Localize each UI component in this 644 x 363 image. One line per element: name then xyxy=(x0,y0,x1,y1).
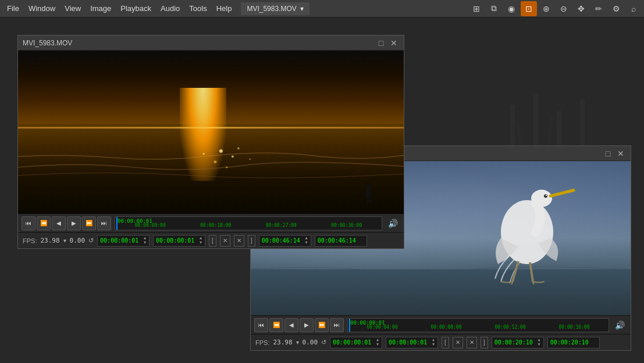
egret-svg xyxy=(481,161,585,284)
menu-bar: File Window View Image Playback Audio To… xyxy=(0,0,644,17)
player1-tl-label-4: 00:00:36:00 xyxy=(331,223,362,228)
player1-step-back-btn[interactable]: ⏪ xyxy=(37,216,51,230)
menu-playback[interactable]: Playback xyxy=(116,2,156,15)
svg-line-23 xyxy=(530,262,533,282)
player2-tl-label-2: 00:00:08:00 xyxy=(431,325,462,330)
player1-out-timecode[interactable]: 00:00:46:14 ▲ ▼ xyxy=(259,235,311,247)
player2-tc-spinner: ▲ ▼ xyxy=(375,338,380,347)
player1-volume-btn[interactable]: 🔊 xyxy=(386,219,400,228)
beach-scene xyxy=(18,51,404,213)
player1-out-spinner: ▲ ▼ xyxy=(304,236,309,245)
player1-tl-label-2: 00:00:18:00 xyxy=(200,223,231,228)
player2-speed-value: 0.00 xyxy=(303,339,318,346)
svg-point-11 xyxy=(202,152,205,155)
player1-fps-dropdown[interactable]: ▾ xyxy=(63,237,66,244)
player1-clear-in-btn[interactable]: ✕ xyxy=(220,235,230,247)
player2-loop-btn[interactable]: ↺ xyxy=(321,339,326,346)
toolbar-clone-btn[interactable]: ⧉ xyxy=(486,1,502,16)
player2-timeline[interactable]: 00:00:00:01 00:00:04:00 00:00:08:00 00:0… xyxy=(347,318,609,332)
svg-point-12 xyxy=(249,158,251,160)
svg-line-22 xyxy=(513,261,518,282)
player2-in-down[interactable]: ▼ xyxy=(430,343,436,347)
file-dropdown-arrow[interactable]: ▾ xyxy=(300,5,304,13)
player2-mark-out-btn[interactable]: ] xyxy=(481,337,488,348)
player1-speed-value: 0.00 xyxy=(70,237,86,244)
menu-help[interactable]: Help xyxy=(212,2,237,15)
player1-clear-out-btn[interactable]: ✕ xyxy=(234,235,244,247)
toolbar-hand-btn[interactable]: ✥ xyxy=(573,1,589,16)
bird-silhouette xyxy=(362,183,375,203)
toolbar-zoom-out-btn[interactable]: ⊖ xyxy=(556,1,572,16)
toolbar: ⊞ ⧉ ◉ ⊡ ⊕ ⊖ ✥ ✏ ⚙ ⌕ xyxy=(468,1,642,16)
player2-playhead xyxy=(349,319,350,332)
player2-step-back-btn[interactable]: ⏪ xyxy=(269,318,283,332)
player1-out-down[interactable]: ▼ xyxy=(304,241,309,245)
player2-volume-btn[interactable]: 🔊 xyxy=(613,321,627,330)
wave-lines xyxy=(18,124,404,189)
player2-out-spinner: ▲ ▼ xyxy=(536,338,542,347)
player2-close-btn[interactable]: ✕ xyxy=(615,148,626,159)
player1-play-back-btn[interactable]: ◀ xyxy=(52,216,66,230)
player1-step-fwd-btn[interactable]: ⏩ xyxy=(82,216,96,230)
svg-rect-16 xyxy=(367,200,369,203)
player2-skip-start-btn[interactable]: ⏮ xyxy=(254,318,268,332)
player1-fps-bar: FPS: 23.98 ▾ 0.00 ↺ 00:00:00:01 ▲ ▼ 00:0… xyxy=(18,232,404,248)
player1-skip-end-btn[interactable]: ⏭ xyxy=(97,216,111,230)
player1-duration-value: 00:00:46:14 xyxy=(318,237,356,244)
player2-play-back-btn[interactable]: ◀ xyxy=(284,318,298,332)
player2-in-timecode[interactable]: 00:00:00:01 ▲ ▼ xyxy=(386,337,438,348)
toolbar-eye-btn[interactable]: ◉ xyxy=(503,1,520,16)
player2-maximize-btn[interactable]: □ xyxy=(603,148,613,159)
player2-fps-dropdown[interactable]: ▾ xyxy=(296,339,299,346)
player1-playhead xyxy=(116,217,118,230)
player2-out-timecode[interactable]: 00:00:20:10 ▲ ▼ xyxy=(492,337,544,348)
player2-out-down[interactable]: ▼ xyxy=(536,343,542,347)
player1-loop-btn[interactable]: ↺ xyxy=(88,237,94,244)
player2-current-timecode[interactable]: 00:00:00:01 ▲ ▼ xyxy=(330,337,382,348)
player1-tl-label-3: 00:00:27:00 xyxy=(266,223,297,228)
player2-play-btn[interactable]: ▶ xyxy=(300,318,314,332)
player2-tl-label-3: 00:00:12:00 xyxy=(495,325,526,330)
player1-timeline[interactable]: 00:00:00:01 00:00:09:00 00:00:18:00 00:0… xyxy=(115,216,382,230)
menu-file[interactable]: File xyxy=(2,2,24,15)
player1-video-frame[interactable] xyxy=(18,51,404,213)
toolbar-zoom-in-btn[interactable]: ⊕ xyxy=(538,1,554,16)
toolbar-fullscreen-btn[interactable]: ⊞ xyxy=(468,1,485,16)
player2-tc-down[interactable]: ▼ xyxy=(375,343,380,347)
menu-tools[interactable]: Tools xyxy=(184,2,211,15)
player1-play-btn[interactable]: ▶ xyxy=(67,216,81,230)
player2-mark-in-btn[interactable]: [ xyxy=(442,337,449,348)
player2-clear-out-btn[interactable]: ✕ xyxy=(467,337,477,348)
player1-skip-start-btn[interactable]: ⏮ xyxy=(22,216,35,230)
player1-mark-in-btn[interactable]: [ xyxy=(209,235,216,247)
player2-fps-label: FPS: xyxy=(255,339,269,346)
player1-close-btn[interactable]: ✕ xyxy=(389,38,399,48)
menu-view[interactable]: View xyxy=(60,2,86,15)
toolbar-select-region-btn[interactable]: ⊡ xyxy=(521,1,537,16)
player1-in-timecode[interactable]: 00:00:00:01 ▲ ▼ xyxy=(153,235,205,247)
toolbar-search-btn[interactable]: ⌕ xyxy=(625,1,642,16)
toolbar-settings-btn[interactable]: ⚙ xyxy=(608,1,624,16)
svg-point-7 xyxy=(232,155,234,158)
menu-audio[interactable]: Audio xyxy=(156,2,184,15)
open-file-tab[interactable]: MVI_5983.MOV ▾ xyxy=(241,2,309,15)
toolbar-pencil-btn[interactable]: ✏ xyxy=(590,1,607,16)
svg-point-8 xyxy=(214,161,216,163)
player2-skip-end-btn[interactable]: ⏭ xyxy=(330,318,344,332)
player1-tc-down[interactable]: ▼ xyxy=(142,241,148,245)
menu-window[interactable]: Window xyxy=(24,2,60,15)
player1-fps-value: 23.98 xyxy=(40,237,59,244)
player1-mark-out-btn[interactable]: ] xyxy=(248,235,255,247)
menu-image[interactable]: Image xyxy=(86,2,116,15)
player2-step-fwd-btn[interactable]: ⏩ xyxy=(315,318,329,332)
player1-tl-label-1: 00:00:09:00 xyxy=(135,223,166,228)
player2-duration-timecode: 00:00:20:10 xyxy=(547,337,600,348)
player1-fps-label: FPS: xyxy=(23,237,37,244)
player1-current-timecode[interactable]: 00:00:00:01 ▲ ▼ xyxy=(97,235,150,247)
player1-in-down[interactable]: ▼ xyxy=(198,241,204,245)
player2-window-controls: □ ✕ xyxy=(603,148,626,159)
player1-maximize-btn[interactable]: □ xyxy=(376,38,386,48)
player2-clear-in-btn[interactable]: ✕ xyxy=(453,337,463,348)
svg-point-6 xyxy=(219,150,223,153)
player1-tc-spinner: ▲ ▼ xyxy=(142,236,148,245)
